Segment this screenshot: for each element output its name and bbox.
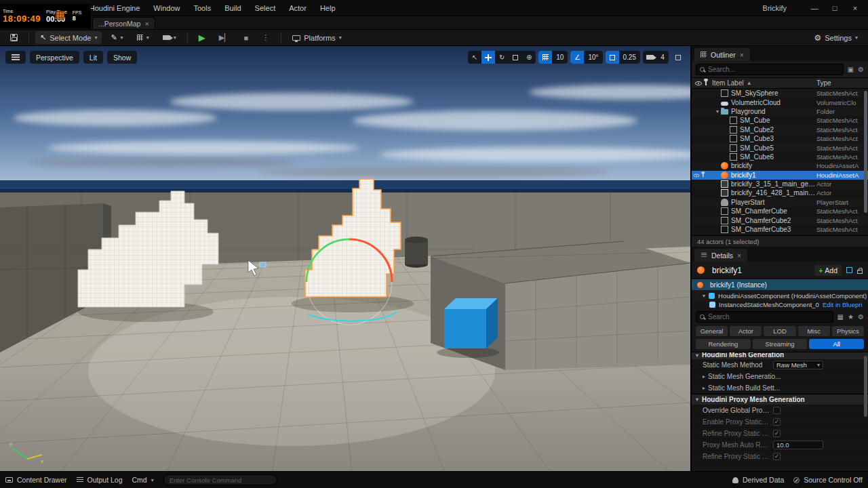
- details-scrollbar[interactable]: [864, 356, 867, 417]
- outliner-row-sm-chamfercube[interactable]: SM_ChamferCubeStaticMeshAct: [692, 207, 868, 216]
- checkbox-override-global-proxy[interactable]: [773, 407, 781, 414]
- outliner-row-brickify-3-15-1-main-geo-in[interactable]: brickify_3_15_1_main_geo_in...Actor: [692, 180, 868, 188]
- visibility-column-eye-icon[interactable]: [695, 81, 702, 85]
- details-row-houdini-proxy-mesh-generation[interactable]: ▾Houdini Proxy Mesh Generation: [692, 394, 868, 405]
- expander-icon[interactable]: ▾: [703, 293, 705, 299]
- blueprint-convert-icon[interactable]: [846, 267, 852, 273]
- derived-data-button[interactable]: Derived Data: [732, 476, 784, 484]
- menu-window[interactable]: Window: [147, 2, 186, 14]
- grid-snap-value[interactable]: 10: [552, 54, 568, 61]
- subcomponent-row[interactable]: InstancedStaticMeshComponent_0 Edit in B…: [692, 301, 868, 308]
- stop-button[interactable]: ■: [239, 31, 254, 44]
- modes-dropdown[interactable]: ▾: [132, 31, 154, 44]
- outliner-settings-icon[interactable]: ⚙: [858, 66, 864, 73]
- outliner-row-sm-chamfercube2[interactable]: SM_ChamferCube2StaticMeshAct: [692, 216, 868, 224]
- viewport-scene[interactable]: [0, 46, 690, 471]
- outliner-close-icon[interactable]: ×: [740, 51, 744, 59]
- menu-help[interactable]: Help: [314, 2, 342, 14]
- outliner-row-volumetriccloud[interactable]: VolumetricCloudVolumetricClo: [692, 98, 868, 106]
- save-button[interactable]: [5, 31, 22, 44]
- console-command-box[interactable]: [163, 474, 277, 485]
- details-row-houdini-mesh-generation[interactable]: ▾Houdini Mesh Generation: [692, 352, 868, 359]
- pin-icon[interactable]: [703, 173, 704, 177]
- level-tab-close-icon[interactable]: ×: [144, 20, 149, 28]
- play-options-kebab[interactable]: ⋮: [257, 31, 275, 44]
- details-row-override-global-proxy[interactable]: Override Global Proxy...: [692, 405, 868, 416]
- menu-houdini-engine[interactable]: Houdini Engine: [83, 2, 146, 14]
- details-close-icon[interactable]: ×: [737, 251, 741, 260]
- content-drawer-button[interactable]: Content Drawer: [5, 476, 67, 484]
- output-log-button[interactable]: Output Log: [77, 476, 123, 484]
- maximize-viewport-button[interactable]: [671, 51, 685, 64]
- section-expander-icon[interactable]: ▾: [696, 352, 698, 359]
- details-row-refine-proxy-static-m[interactable]: Refine Proxy Static M...✓: [692, 451, 868, 462]
- outliner-row-brickify[interactable]: brickifyHoudiniAssetA: [692, 161, 868, 170]
- world-space-toggle[interactable]: ⊕: [522, 51, 536, 64]
- filter-rendering[interactable]: Rendering: [696, 339, 751, 349]
- settings-dropdown[interactable]: ⚙ Settings ▾: [809, 31, 863, 44]
- frame-skip-button[interactable]: ▶▏: [214, 31, 235, 44]
- details-display-icon[interactable]: ▦: [837, 313, 844, 321]
- rotation-snap-toggle[interactable]: ∠: [570, 51, 584, 64]
- minimize-button[interactable]: —: [806, 2, 823, 14]
- select-mode-dropdown[interactable]: ↖ Select Mode ▾: [35, 31, 102, 44]
- scale-snap-value[interactable]: 0.25: [619, 54, 640, 61]
- select-tool-button[interactable]: ↖: [468, 51, 481, 64]
- filter-physics[interactable]: Physics: [832, 326, 864, 336]
- filter-general[interactable]: General: [696, 326, 728, 336]
- filter-actor[interactable]: Actor: [730, 326, 762, 336]
- outliner-row-brickify1[interactable]: brickify1HoudiniAssetA: [692, 171, 868, 180]
- outliner-row-sm-chamfercube3[interactable]: SM_ChamferCube3StaticMeshAct: [692, 225, 868, 234]
- eye-icon[interactable]: [694, 174, 699, 177]
- menu-actor[interactable]: Actor: [283, 2, 313, 14]
- close-button[interactable]: ×: [846, 2, 864, 14]
- rotate-tool-button[interactable]: ↻: [495, 51, 509, 64]
- outliner-row-sm-cube6[interactable]: SM_Cube6StaticMeshAct: [692, 152, 868, 161]
- outliner-add-folder-icon[interactable]: ▣: [848, 66, 854, 73]
- show-dropdown[interactable]: Show: [107, 51, 137, 64]
- details-search-input[interactable]: [708, 313, 829, 321]
- outliner-row-sm-cube2[interactable]: SM_Cube2StaticMeshAct: [692, 125, 868, 134]
- outliner-row-playground[interactable]: ▾PlaygroundFolder: [692, 107, 868, 116]
- scale-tool-button[interactable]: [509, 51, 522, 64]
- dropdown-static-mesh-method[interactable]: Raw Mesh▾: [773, 361, 823, 369]
- details-row-proxy-mesh-auto-refi[interactable]: Proxy Mesh Auto Refi...10.0: [692, 439, 868, 451]
- camera-speed-value[interactable]: 4: [656, 54, 669, 61]
- rotation-snap-value[interactable]: 10°: [584, 54, 602, 61]
- outliner-row-playerstart[interactable]: PlayerStartPlayerStart: [692, 198, 868, 207]
- details-row-refine-proxy-static-m[interactable]: Refine Proxy Static M...✓: [692, 428, 868, 439]
- viewport-menu-button[interactable]: [5, 51, 26, 64]
- outliner-row-sm-cube[interactable]: SM_CubeStaticMeshAct: [692, 116, 868, 125]
- lit-dropdown[interactable]: Lit: [83, 51, 103, 64]
- outliner-search-input[interactable]: [708, 66, 840, 73]
- tab-details[interactable]: Details ×: [694, 249, 747, 262]
- expander-icon[interactable]: ▸: [703, 385, 705, 391]
- play-button[interactable]: ▶: [194, 31, 210, 44]
- camera-speed-button[interactable]: [643, 51, 656, 64]
- details-settings-icon[interactable]: ⚙: [858, 313, 864, 321]
- add-component-button[interactable]: + Add: [814, 265, 842, 276]
- filter-all[interactable]: All: [809, 339, 864, 349]
- console-command-input[interactable]: [170, 476, 271, 484]
- menu-tools[interactable]: Tools: [187, 2, 217, 14]
- menu-select[interactable]: Select: [249, 2, 282, 14]
- checkbox-refine-proxy-static-m[interactable]: ✓: [773, 453, 781, 460]
- checkbox-enable-proxy-static-m[interactable]: ✓: [773, 418, 781, 426]
- checkbox-refine-proxy-static-m[interactable]: ✓: [773, 430, 781, 437]
- outliner-row-brickify-416-428-1-main-geo[interactable]: brickify_416_428_1_main_geo...Actor: [692, 188, 868, 197]
- details-row-enable-proxy-static-m[interactable]: Enable Proxy Static M...✓: [692, 416, 868, 428]
- type-column-header[interactable]: Type: [816, 79, 868, 87]
- quick-add-dropdown[interactable]: ✎▾: [106, 31, 127, 44]
- details-row-static-mesh-generatio[interactable]: ▸Static Mesh Generatio...: [692, 371, 868, 382]
- lock-icon[interactable]: [857, 270, 863, 274]
- details-row-static-mesh-build-sett[interactable]: ▸Static Mesh Build Sett...: [692, 382, 868, 394]
- move-tool-button[interactable]: [481, 51, 495, 64]
- cmd-dropdown[interactable]: Cmd ▾: [132, 476, 154, 484]
- maximize-button[interactable]: □: [826, 2, 844, 14]
- pin-column-icon[interactable]: [705, 81, 707, 85]
- outliner-row-sm-cube5[interactable]: SM_Cube5StaticMeshAct: [692, 143, 868, 152]
- component-row[interactable]: ▾ HoudiniAssetComponent (HoudiniAssetCom…: [692, 290, 868, 301]
- cinematics-dropdown[interactable]: ▾: [158, 31, 181, 44]
- details-row-static-mesh-method[interactable]: Static Mesh MethodRaw Mesh▾: [692, 359, 868, 371]
- source-control-button[interactable]: Source Control Off: [793, 476, 863, 484]
